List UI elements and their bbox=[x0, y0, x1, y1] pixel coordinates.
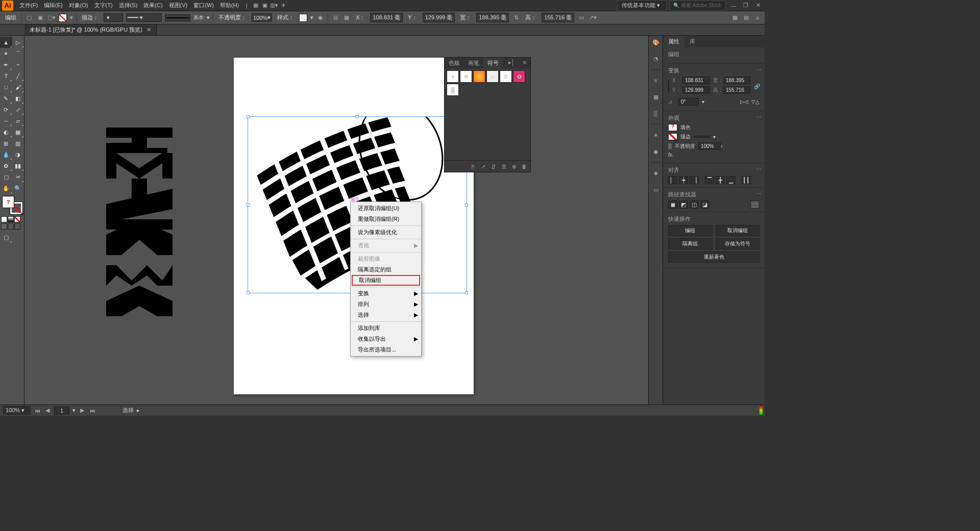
shape-builder-tool[interactable]: ◐ bbox=[0, 127, 12, 138]
menu-edit[interactable]: 编辑(E) bbox=[41, 2, 66, 9]
group-button[interactable]: 编组 bbox=[668, 225, 713, 236]
prop-angle-field[interactable]: 0° bbox=[678, 98, 699, 106]
appearance-panel-icon[interactable]: ☀ bbox=[650, 130, 662, 141]
shape-panel-icon[interactable]: ▭ bbox=[577, 14, 585, 22]
window-close-icon[interactable]: ✕ bbox=[753, 2, 763, 9]
width-tool[interactable]: ↔ bbox=[0, 115, 12, 127]
magic-wand-tool[interactable]: ✶ bbox=[0, 48, 12, 59]
context-menu-item[interactable]: 选择▶ bbox=[351, 310, 421, 320]
transparency-panel-icon[interactable]: ▒ bbox=[650, 108, 662, 119]
fill-swatch-main[interactable]: ? bbox=[2, 196, 14, 208]
symbol-sprayer-tool[interactable]: ✿ bbox=[0, 160, 12, 171]
appearance-more-icon[interactable]: ⋯ bbox=[756, 114, 762, 121]
shaper-tool[interactable]: ✎ bbox=[0, 93, 12, 104]
curvature-tool[interactable]: ~ bbox=[12, 59, 24, 70]
rectangle-tool[interactable]: □ bbox=[0, 82, 12, 93]
last-artboard-icon[interactable]: ⏭ bbox=[89, 408, 96, 414]
isolate-icon[interactable]: ▣ bbox=[36, 14, 44, 22]
rotate-tool[interactable]: ⟳ bbox=[0, 104, 12, 115]
expand-icon[interactable]: ⬚ bbox=[750, 200, 760, 209]
arrange-docs-icon[interactable]: ▥▾ bbox=[270, 1, 279, 10]
recolor-button[interactable]: 重新著色 bbox=[668, 251, 760, 263]
isolate-button[interactable]: 隔离组 bbox=[668, 238, 713, 249]
eyedropper-tool[interactable]: 💧 bbox=[0, 149, 12, 160]
align-bottom-icon[interactable]: ▁ bbox=[726, 176, 736, 184]
distribute-icon[interactable]: ┃┃ bbox=[742, 176, 751, 184]
fill-swatch[interactable] bbox=[59, 14, 67, 22]
context-menu-item[interactable]: 导出所选项目... bbox=[351, 344, 421, 355]
prop-y-field[interactable]: 129.999 bbox=[682, 86, 710, 94]
properties-tab[interactable]: 属性 bbox=[663, 36, 684, 47]
color-panel-icon[interactable]: 🎨 bbox=[650, 37, 662, 48]
menu-effect[interactable]: 效果(C) bbox=[140, 2, 165, 9]
first-artboard-icon[interactable]: ⏮ bbox=[34, 408, 41, 414]
menu-help[interactable]: 帮助(H) bbox=[217, 2, 242, 9]
draw-inside-icon[interactable] bbox=[14, 223, 20, 230]
place-symbol-icon[interactable]: ↗ bbox=[479, 163, 487, 170]
perspective-grid-tool[interactable]: ▦ bbox=[12, 127, 24, 138]
lasso-tool[interactable]: ⌒ bbox=[12, 48, 24, 59]
mesh-tool[interactable]: ⊞ bbox=[0, 138, 12, 149]
symbol-swatch[interactable]: ✿ bbox=[513, 70, 525, 83]
workspace-switcher[interactable]: 传统基本功能 ▾ bbox=[617, 0, 667, 11]
graphic-styles-icon[interactable]: ◉ bbox=[650, 146, 662, 157]
align-left-icon[interactable]: ▏ bbox=[668, 176, 677, 184]
panel-collapse-icon[interactable]: ▸│ bbox=[504, 58, 519, 68]
column-graph-tool[interactable]: ▮▮ bbox=[12, 160, 24, 171]
stock-search[interactable]: 🔍 搜索 Adobe Stock bbox=[670, 1, 726, 11]
document-tab-close-icon[interactable]: ✕ bbox=[146, 27, 151, 33]
brushes-tab[interactable]: 画笔 bbox=[464, 58, 483, 68]
align-panel-icon[interactable]: ⊟ bbox=[331, 14, 339, 22]
draw-normal-icon[interactable] bbox=[1, 223, 7, 230]
context-menu-item[interactable]: 添加到库 bbox=[351, 323, 421, 334]
stroke-swatch-prop[interactable] bbox=[668, 133, 677, 140]
delete-symbol-icon[interactable]: 🗑 bbox=[520, 163, 528, 170]
paintbrush-tool[interactable]: 🖌 bbox=[12, 82, 24, 93]
context-menu-item[interactable]: 隔离选定的组 bbox=[351, 264, 421, 275]
stroke-value-field[interactable]: ▾ bbox=[104, 13, 123, 22]
selection-tool[interactable]: ▲ bbox=[0, 37, 12, 48]
minus-front-icon[interactable]: ◩ bbox=[679, 200, 688, 209]
fill-swatch-prop[interactable]: ? bbox=[668, 124, 677, 131]
handle-mid-right[interactable] bbox=[465, 204, 468, 207]
w-field[interactable]: 188.395 毫 bbox=[476, 13, 509, 22]
context-menu-item[interactable]: 取消编组 bbox=[352, 275, 420, 286]
zoom-tool[interactable]: 🔍 bbox=[12, 183, 24, 194]
bbox-icon[interactable]: ▢ bbox=[25, 14, 33, 22]
flip-h-icon[interactable]: ▷◁ bbox=[740, 99, 748, 105]
pathfinder-more-icon[interactable]: ⋯ bbox=[756, 191, 762, 197]
symbol-swatch[interactable]: ✦ bbox=[447, 70, 459, 83]
break-link-icon[interactable]: ⮃ bbox=[489, 163, 498, 170]
opacity-field-prop[interactable]: 100% bbox=[698, 142, 721, 150]
screen-mode-icon[interactable]: ▢ bbox=[0, 232, 12, 243]
save-symbol-button[interactable]: 存储为符号 bbox=[716, 238, 760, 249]
context-menu-item[interactable]: 还原取消编组(U) bbox=[351, 203, 421, 214]
zoom-field[interactable]: 100% ▾ bbox=[3, 406, 31, 415]
free-transform-tool[interactable]: ▱ bbox=[12, 115, 24, 127]
doc-setup-icon[interactable]: ▤ bbox=[742, 14, 750, 22]
context-menu-item[interactable]: 变换▶ bbox=[351, 288, 421, 299]
hand-tool[interactable]: ✋ bbox=[0, 183, 12, 194]
prop-w-field[interactable]: 188.395 bbox=[723, 77, 751, 84]
color-guide-icon[interactable]: ◔ bbox=[650, 53, 662, 64]
eraser-tool[interactable]: ◧ bbox=[12, 93, 24, 104]
context-menu-item[interactable]: 重做取消编组(R) bbox=[351, 214, 421, 224]
prev-artboard-icon[interactable]: ◀ bbox=[44, 407, 51, 414]
menu-type[interactable]: 文字(T) bbox=[91, 2, 116, 9]
anchor-grid[interactable] bbox=[668, 80, 669, 92]
swatches-tab[interactable]: 色板 bbox=[445, 58, 464, 68]
prop-x-field[interactable]: 108.831 bbox=[682, 77, 710, 84]
edit-mask-icon[interactable]: ▢▾ bbox=[47, 14, 56, 22]
libraries-icon[interactable]: ▭ bbox=[650, 184, 662, 195]
wh-link-icon[interactable]: 🔗 bbox=[754, 84, 760, 89]
gpu-preview-icon[interactable]: ✈ bbox=[279, 1, 288, 10]
draw-behind-icon[interactable] bbox=[8, 223, 14, 230]
symbol-swatch[interactable]: ▓ bbox=[447, 84, 459, 96]
prop-h-field[interactable]: 155.716 bbox=[723, 86, 751, 94]
symbols-tab[interactable]: 符号 bbox=[483, 58, 503, 68]
handle-top-mid[interactable] bbox=[356, 115, 359, 118]
pen-tool[interactable]: ✒ bbox=[0, 59, 12, 70]
transform-more-icon[interactable]: ⋯ bbox=[756, 67, 762, 73]
layers-panel-icon[interactable]: ❖ bbox=[650, 168, 662, 179]
symbol-swatch[interactable]: ❋ bbox=[460, 70, 472, 83]
